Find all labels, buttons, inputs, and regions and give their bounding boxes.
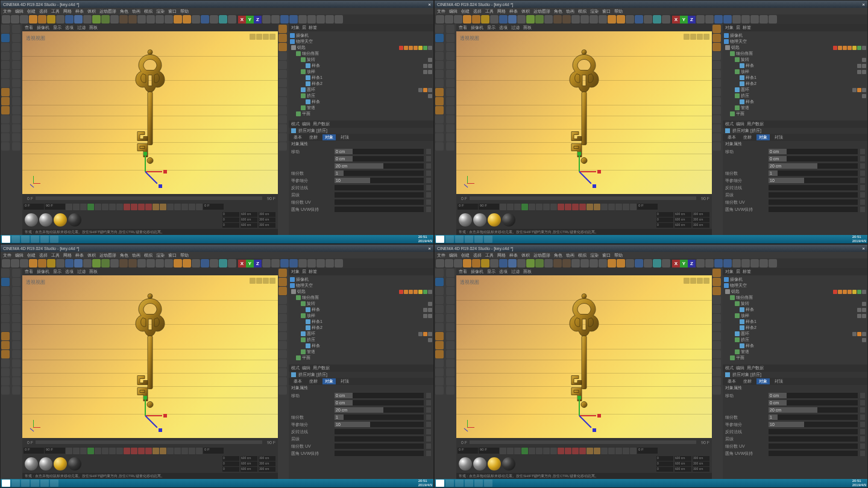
toolbar-button[interactable] (83, 15, 92, 23)
menu-item[interactable]: 编辑 (15, 8, 24, 14)
palette-button[interactable] (278, 124, 287, 133)
toolbar-button[interactable] (723, 259, 732, 267)
tool-button[interactable] (12, 278, 20, 286)
toolbar-button[interactable] (544, 259, 553, 267)
transport-button[interactable] (507, 448, 514, 454)
menu-item[interactable]: 选择 (39, 8, 48, 14)
hierarchy-item[interactable]: 物理天空 (290, 39, 432, 45)
toolbar-button[interactable] (137, 259, 146, 267)
hierarchy-item[interactable]: 挤压 (290, 93, 432, 99)
viewport-menu-item[interactable]: 面板 (523, 269, 532, 275)
mode-tool[interactable] (435, 106, 444, 114)
spinner-icon[interactable] (426, 156, 431, 161)
spinner-icon[interactable] (426, 400, 431, 405)
transport-button[interactable] (102, 204, 108, 210)
material-preview[interactable] (473, 213, 486, 227)
mode-tool[interactable] (1, 106, 10, 114)
mode-tool[interactable] (435, 115, 444, 124)
object-tag[interactable] (857, 308, 861, 312)
menu-item[interactable]: 角色 (554, 252, 562, 258)
hierarchy-item[interactable]: 管道 (724, 105, 866, 111)
toolbar-button[interactable] (20, 259, 28, 267)
object-tag[interactable] (423, 64, 427, 68)
palette-button[interactable] (712, 350, 721, 358)
hierarchy-item[interactable]: 平面 (290, 111, 432, 117)
palette-button[interactable] (278, 106, 287, 114)
object-tag[interactable] (414, 46, 418, 50)
palette-button[interactable] (278, 350, 287, 358)
toolbar-button[interactable] (571, 15, 580, 23)
object-tag[interactable] (843, 290, 847, 294)
tool-button[interactable] (446, 323, 454, 331)
coord-field[interactable]: 0 (656, 217, 673, 222)
tray-icon[interactable] (838, 236, 844, 242)
transport-button[interactable] (514, 448, 521, 454)
viewport-menu-item[interactable]: 摄像机 (37, 25, 49, 31)
taskbar-app[interactable] (31, 480, 39, 487)
tool-button[interactable] (446, 341, 454, 349)
object-tag[interactable] (852, 88, 857, 92)
axis-y-button[interactable]: Y (246, 16, 254, 23)
palette-button[interactable] (278, 368, 287, 377)
mode-tool[interactable] (435, 368, 444, 377)
toolbar-button[interactable] (580, 15, 589, 23)
axis-x-button[interactable]: X (672, 260, 680, 267)
axis-z-button[interactable]: Z (254, 260, 262, 267)
material-preview[interactable] (502, 213, 515, 227)
object-tag[interactable] (862, 338, 866, 342)
transport-button[interactable] (124, 448, 130, 454)
tray-icon[interactable] (831, 480, 837, 486)
spinner-icon[interactable] (860, 163, 865, 169)
mode-tool[interactable] (1, 350, 10, 358)
hierarchy-item[interactable]: 样条2 (724, 325, 866, 331)
object-tag[interactable] (414, 290, 418, 294)
attr-tab[interactable]: 基本 (291, 134, 304, 140)
tool-button[interactable] (446, 386, 454, 395)
material-preview[interactable] (488, 457, 501, 471)
toolbar-button[interactable] (463, 259, 471, 267)
coord-field[interactable]: 300 cm (259, 456, 275, 461)
object-tag[interactable] (848, 46, 852, 50)
panel-tab[interactable]: 对象 (725, 269, 734, 275)
palette-button[interactable] (278, 25, 287, 33)
toolbar-button[interactable] (11, 259, 19, 267)
toolbar-button[interactable] (741, 15, 750, 23)
spinner-icon[interactable] (860, 422, 865, 427)
hierarchy-item[interactable]: 钥匙 (724, 289, 866, 295)
mode-tool[interactable] (435, 377, 444, 386)
toolbar-button[interactable] (137, 15, 146, 23)
toolbar-button[interactable] (316, 259, 325, 267)
attr-value-field[interactable] (335, 436, 424, 442)
tool-button[interactable] (12, 97, 20, 105)
spinner-icon[interactable] (426, 436, 431, 442)
timeline-track[interactable] (470, 196, 696, 200)
attr-tab[interactable]: 封顶 (772, 378, 785, 384)
spinner-icon[interactable] (860, 414, 865, 420)
viewport-menu-item[interactable]: 面板 (523, 25, 532, 31)
material-preview[interactable] (459, 457, 472, 471)
toolbar-button[interactable] (705, 259, 714, 267)
panel-tab[interactable]: 标签 (743, 269, 751, 275)
coord-field[interactable]: 600 cm (675, 456, 691, 461)
hierarchy-item[interactable]: 样条1 (290, 319, 432, 325)
attr-value-field[interactable]: 10 (335, 422, 424, 427)
toolbar-button[interactable] (228, 259, 236, 267)
viewport-nav-button[interactable] (697, 34, 703, 40)
coord-field[interactable]: 300 cm (693, 467, 709, 472)
attr-value-field[interactable] (335, 192, 424, 198)
mode-tool[interactable] (1, 377, 10, 386)
palette-button[interactable] (712, 124, 721, 133)
toolbar-button[interactable] (262, 259, 271, 267)
material-preview[interactable] (54, 213, 67, 227)
palette-button[interactable] (712, 341, 721, 349)
viewport-menu-item[interactable]: 显示 (53, 25, 61, 31)
toolbar-button[interactable] (590, 15, 598, 23)
palette-button[interactable] (278, 332, 287, 340)
palette-button[interactable] (712, 43, 721, 51)
hierarchy-item[interactable]: 样条 (724, 63, 866, 69)
transport-button[interactable] (623, 204, 629, 210)
attr-value-field[interactable] (769, 199, 858, 205)
mode-tool[interactable] (435, 287, 444, 295)
coord-field[interactable]: 600 cm (675, 461, 691, 466)
transport-button[interactable] (630, 448, 637, 454)
